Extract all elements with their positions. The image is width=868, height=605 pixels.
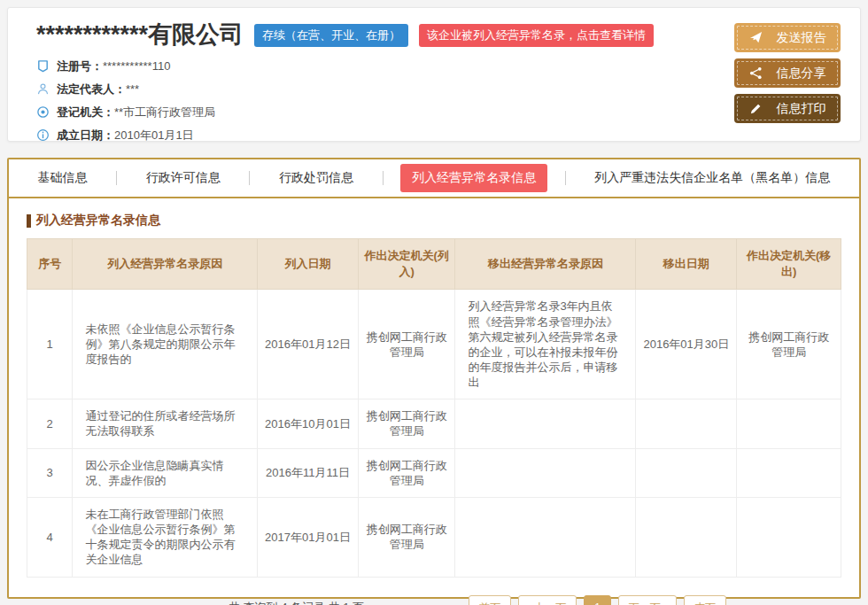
column-header: 列入经营异常名录原因 xyxy=(73,239,258,290)
abnormal-warning-badge[interactable]: 该企业被列入经营异常名录，点击查看详情 xyxy=(419,24,654,47)
cell-out_date: 2016年01月30日 xyxy=(636,290,737,399)
company-field: 成立日期：2010年01月1日 xyxy=(36,124,842,147)
column-header: 列入日期 xyxy=(258,239,359,290)
cell-in_date: 2017年01月01日 xyxy=(258,497,359,577)
cell-out_reason xyxy=(455,497,636,577)
tab-divider xyxy=(565,171,566,185)
cell-seq: 2 xyxy=(27,399,73,448)
current-page-button[interactable]: 1 xyxy=(584,595,611,605)
table-row: 3因公示企业信息隐瞒真实情况、弄虚作假的2016年11月11日携创网工商行政管理… xyxy=(27,448,841,497)
action-button-label: 信息打印 xyxy=(777,101,826,117)
cell-in_org: 携创网工商行政管理局 xyxy=(359,290,455,399)
column-header: 序号 xyxy=(27,239,73,290)
tab-4[interactable]: 列入严重违法失信企业名单（黑名单）信息 xyxy=(583,164,841,192)
cell-in_date: 2016年10月01日 xyxy=(258,399,359,448)
company-fields: 注册号：***********110法定代表人：***登记机关：**市工商行政管… xyxy=(36,55,842,147)
cell-out_org: 携创网工商行政管理局 xyxy=(737,290,841,399)
tab-divider xyxy=(249,171,250,185)
table-row: 2通过登记的住所或者经营场所无法取得联系2016年10月01日携创网工商行政管理… xyxy=(27,399,841,448)
table-row: 4未在工商行政管理部门依照《企业信息公示暂行条例》第十条规定责令的期限内公示有关… xyxy=(27,497,841,577)
registration-icon xyxy=(36,59,50,73)
section-title-text: 列入经营异常名录信息 xyxy=(36,213,160,229)
next-page-button[interactable]: 下一页▸ xyxy=(618,595,677,605)
cell-out_reason xyxy=(455,448,636,497)
abnormal-records-table: 序号列入经营异常名录原因列入日期作出决定机关(列入)移出经营异常名录原因移出日期… xyxy=(27,238,841,578)
cell-out_reason xyxy=(455,399,636,448)
send-report-icon xyxy=(749,31,763,44)
print-info-button[interactable]: 信息打印 xyxy=(734,94,841,123)
last-page-button[interactable]: 末页 xyxy=(684,595,726,605)
cell-in_org: 携创网工商行政管理局 xyxy=(359,497,455,577)
action-button-label: 信息分享 xyxy=(777,66,826,81)
cell-in_org: 携创网工商行政管理局 xyxy=(359,399,455,448)
send-report-button[interactable]: 发送报告 xyxy=(734,23,841,52)
cell-seq: 3 xyxy=(27,448,73,497)
tab-3-active[interactable]: 列入经营异常名录信息 xyxy=(400,164,547,192)
detail-panel: 基础信息行政许可信息行政处罚信息列入经营异常名录信息列入严重违法失信企业名单（黑… xyxy=(7,158,861,599)
cell-out_date xyxy=(636,448,737,497)
field-value: **市工商行政管理局 xyxy=(114,105,215,120)
share-icon xyxy=(749,66,763,80)
field-label: 法定代表人： xyxy=(57,81,126,97)
table-header-row: 序号列入经营异常名录原因列入日期作出决定机关(列入)移出经营异常名录原因移出日期… xyxy=(27,239,841,290)
cell-seq: 4 xyxy=(27,497,73,577)
pagination: 共 查询到 4 条记录 共 1 页 首页 ◂上一页 1 下一页▸ 末页 xyxy=(27,595,841,605)
cell-in_date: 2016年01月12日 xyxy=(258,290,359,399)
tab-bar: 基础信息行政许可信息行政处罚信息列入经营异常名录信息列入严重违法失信企业名单（黑… xyxy=(9,159,859,198)
field-value: *** xyxy=(126,82,139,96)
section-marker-icon xyxy=(27,214,31,228)
cell-out_org xyxy=(737,497,841,577)
prev-page-button[interactable]: ◂上一页 xyxy=(518,595,577,605)
print-icon xyxy=(749,102,763,115)
cell-out_date xyxy=(636,399,737,448)
pager-buttons: 首页 ◂上一页 1 下一页▸ 末页 xyxy=(469,595,726,605)
tab-1[interactable]: 行政许可信息 xyxy=(135,164,232,192)
cell-out_reason: 列入经营异常名录3年内且依照《经营异常名录管理办法》第六规定被列入经营异常名录的… xyxy=(455,290,636,399)
field-label: 成立日期： xyxy=(57,128,114,143)
status-badge: 存续（在营、开业、在册） xyxy=(254,24,408,47)
tab-2[interactable]: 行政处罚信息 xyxy=(267,164,365,192)
cell-out_org xyxy=(737,448,841,497)
company-field: 登记机关：**市工商行政管理局 xyxy=(36,101,842,124)
share-info-button[interactable]: 信息分享 xyxy=(734,58,841,88)
field-value: 2010年01月1日 xyxy=(114,128,194,143)
first-page-button[interactable]: 首页 xyxy=(469,595,511,605)
cell-in_reason: 因公示企业信息隐瞒真实情况、弄虚作假的 xyxy=(73,448,258,497)
founded-info-icon xyxy=(36,128,50,142)
field-label: 登记机关： xyxy=(57,105,114,120)
cell-in_org: 携创网工商行政管理局 xyxy=(359,448,455,497)
company-field: 注册号：***********110 xyxy=(36,55,842,78)
company-name: ************有限公司 xyxy=(36,22,244,49)
cell-out_org xyxy=(737,399,841,448)
action-button-label: 发送报告 xyxy=(777,30,826,46)
registry-location-icon xyxy=(36,105,50,119)
legal-person-icon xyxy=(36,82,50,96)
cell-out_date xyxy=(636,497,737,577)
record-count-summary: 共 查询到 4 条记录 共 1 页 xyxy=(229,600,364,605)
column-header: 移出日期 xyxy=(636,239,737,290)
section-title: 列入经营异常名录信息 xyxy=(27,213,841,229)
company-field: 法定代表人：*** xyxy=(36,78,842,101)
tab-divider xyxy=(383,171,384,185)
table-body: 1未依照《企业信息公示暂行条例》第八条规定的期限公示年度报告的2016年01月1… xyxy=(27,290,841,577)
field-label: 注册号： xyxy=(57,58,103,74)
tab-0[interactable]: 基础信息 xyxy=(27,164,99,192)
tab-divider xyxy=(116,171,117,185)
column-header: 作出决定机关(移出) xyxy=(737,239,841,290)
column-header: 作出决定机关(列入) xyxy=(359,239,455,290)
company-header-card: ************有限公司 存续（在营、开业、在册） 该企业被列入经营异常… xyxy=(7,7,861,142)
column-header: 移出经营异常名录原因 xyxy=(455,239,636,290)
action-buttons: 发送报告信息分享信息打印 xyxy=(734,23,841,123)
field-value: ***********110 xyxy=(103,59,170,73)
cell-in_date: 2016年11月11日 xyxy=(258,448,359,497)
cell-in_reason: 未依照《企业信息公示暂行条例》第八条规定的期限公示年度报告的 xyxy=(73,290,258,399)
cell-in_reason: 通过登记的住所或者经营场所无法取得联系 xyxy=(73,399,258,448)
cell-seq: 1 xyxy=(27,290,73,399)
cell-in_reason: 未在工商行政管理部门依照《企业信息公示暂行条例》第十条规定责令的期限内公示有关企… xyxy=(73,497,258,577)
table-row: 1未依照《企业信息公示暂行条例》第八条规定的期限公示年度报告的2016年01月1… xyxy=(27,290,841,399)
